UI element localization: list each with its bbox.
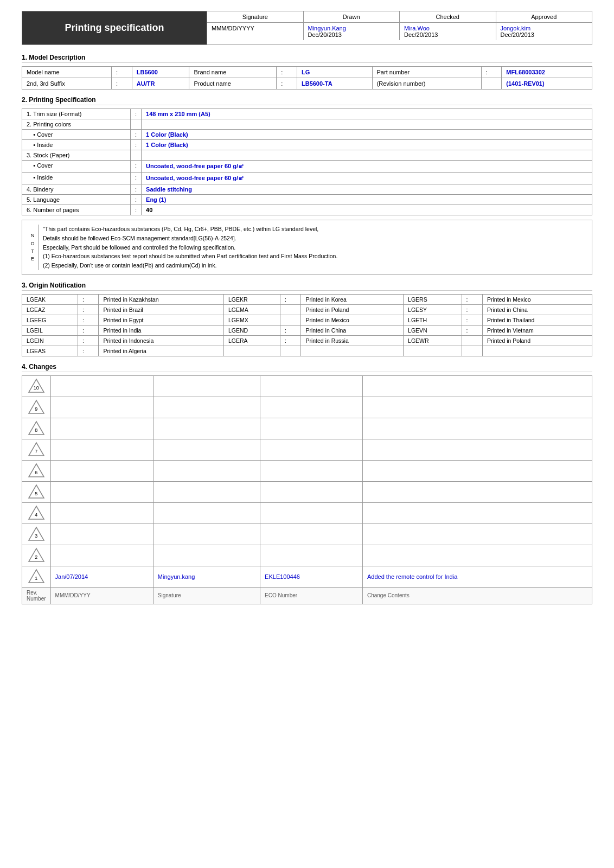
stock-colon	[131, 150, 142, 161]
model-description-table: Model name : LB5600 Brand name : LG Part…	[22, 66, 592, 90]
cover-color-value: 1 Color (Black)	[142, 130, 592, 140]
lgeil-code: LGEIL	[22, 325, 78, 335]
inside-paper-value: Uncoated, wood-free paper 60 g/㎡	[142, 173, 592, 184]
sig-label-cell: Signature	[207, 11, 304, 22]
rev-7-num: 7	[22, 439, 51, 460]
lgemx-text: Printed in Mexico	[301, 315, 404, 325]
bindery-value: Saddle stitching	[142, 184, 592, 195]
section4-title: 4. Changes	[22, 363, 592, 372]
note-n: N	[31, 232, 35, 239]
changes-row-9: 9	[22, 397, 592, 418]
rev-1-eco: EKLE100446	[260, 566, 363, 587]
note-line-3: Especially, Part should be followed and …	[43, 243, 337, 252]
rev-8-num: 8	[22, 418, 51, 439]
lgein-colon: :	[78, 335, 99, 346]
rev-3-date	[50, 524, 153, 545]
lgeth-colon: :	[462, 315, 483, 325]
rev-7-eco	[260, 439, 363, 460]
revision-label: (Revision number)	[372, 78, 481, 90]
rev-2-date	[50, 545, 153, 566]
section1-title: 1. Model Description	[22, 54, 592, 63]
lgekr-colon: :	[280, 294, 301, 304]
empty6	[483, 346, 592, 356]
rev-1-num: 1	[22, 566, 51, 587]
rev-3-content	[362, 524, 592, 545]
note-line-4: (1) Eco-hazardous substances test report…	[43, 252, 337, 261]
rev-4-sig	[153, 502, 260, 524]
product-name-value: LB5600-TA	[297, 78, 372, 90]
changes-row-1: 1 Jan/07/2014 Mingyun.kang EKLE100446 Ad…	[22, 566, 592, 587]
rev-4-eco	[260, 502, 363, 524]
rev-3-num: 3	[22, 524, 51, 545]
changes-row-5: 5	[22, 481, 592, 502]
language-value: Eng (1)	[142, 195, 592, 205]
rev-4-num: 4	[22, 502, 51, 524]
inside-color-value: 1 Color (Black)	[142, 140, 592, 150]
empty2	[280, 346, 301, 356]
note-e: E	[31, 255, 35, 263]
date-label: MMM/DD/YYYY	[207, 23, 304, 40]
header-bottom-row: MMM/DD/YYYY Mingyun.Kang Dec/20/2013 Mir…	[207, 23, 592, 40]
model-row-1: Model name : LB5600 Brand name : LG Part…	[22, 67, 592, 78]
language-colon: :	[131, 195, 142, 205]
revision-value: (1401-REV01)	[502, 78, 592, 90]
changes-row-8: 8	[22, 418, 592, 439]
rev-9-date	[50, 397, 153, 418]
rev-9-content	[362, 397, 592, 418]
footer-revnum: Rev. Number	[22, 587, 51, 604]
lgevn-code: LGEVN	[404, 325, 462, 335]
brand-name-value: LG	[297, 67, 372, 78]
rev-8-eco	[260, 418, 363, 439]
rev-9-sig	[153, 397, 260, 418]
note-line-2: Details should be followed Eco-SCM manag…	[43, 234, 337, 243]
drawn-label: Drawn	[304, 11, 400, 22]
lgekr-code: LGEKR	[223, 294, 280, 304]
empty3	[301, 346, 404, 356]
lgeth-code: LGETH	[404, 315, 462, 325]
cover-paper-label: • Cover	[22, 161, 131, 173]
product-name-label: Product name	[189, 78, 277, 90]
rev-9-num: 9	[22, 397, 51, 418]
model-row-2: 2nd, 3rd Suffix : AU/TR Product name : L…	[22, 78, 592, 90]
inside-paper-colon: :	[131, 173, 142, 184]
lgema-text: Printed in Poland	[301, 304, 404, 315]
lgewr-code: LGEWR	[404, 335, 462, 346]
ps-row-inside-color: • Inside : 1 Color (Black)	[22, 140, 592, 150]
part-number-colon: :	[481, 67, 502, 78]
rev-10-num: 10	[22, 375, 51, 397]
note-o: O	[30, 240, 35, 247]
cover-color-label: • Cover	[22, 130, 131, 140]
lgemx-colon	[280, 315, 301, 325]
rev-2-num: 2	[22, 545, 51, 566]
lgewr-colon	[462, 335, 483, 346]
suffix-colon: :	[112, 78, 132, 90]
changes-row-4: 4	[22, 502, 592, 524]
lgeas-code: LGEAS	[22, 346, 78, 356]
rev-4-date	[50, 502, 153, 524]
lgekr-text: Printed in Korea	[301, 294, 404, 304]
changes-table: 10 9 8	[22, 375, 592, 604]
rev-9-eco	[260, 397, 363, 418]
brand-name-colon: :	[277, 67, 297, 78]
rev-10-eco	[260, 375, 363, 397]
rev-7-content	[362, 439, 592, 460]
footer-date: MMM/DD/YYY	[50, 587, 153, 604]
footer-content: Change Contents	[362, 587, 592, 604]
rev-5-eco	[260, 481, 363, 502]
changes-footer: Rev. Number MMM/DD/YYY Signature ECO Num…	[22, 587, 592, 604]
language-label: 5. Language	[22, 195, 131, 205]
lgers-code: LGERS	[404, 294, 462, 304]
lgevn-colon: :	[462, 325, 483, 335]
product-name-colon: :	[277, 78, 297, 90]
colors-value	[142, 119, 592, 130]
rev-1-date: Jan/07/2014	[50, 566, 153, 587]
ps-row-trim: 1. Trim size (Format) : 148 mm x 210 mm …	[22, 109, 592, 119]
cover-paper-value: Uncoated, wood-free paper 60 g/㎡	[142, 161, 592, 173]
part-number-value: MFL68003302	[502, 67, 592, 78]
colors-label: 2. Printing colors	[22, 119, 131, 130]
origin-row-3: LGEEG : Printed in Egypt LGEMX Printed i…	[22, 315, 592, 325]
lgesy-text: Printed in China	[483, 304, 592, 315]
lgeaz-text: Printed in Brazil	[99, 304, 223, 315]
rev-5-content	[362, 481, 592, 502]
inside-color-colon: :	[131, 140, 142, 150]
